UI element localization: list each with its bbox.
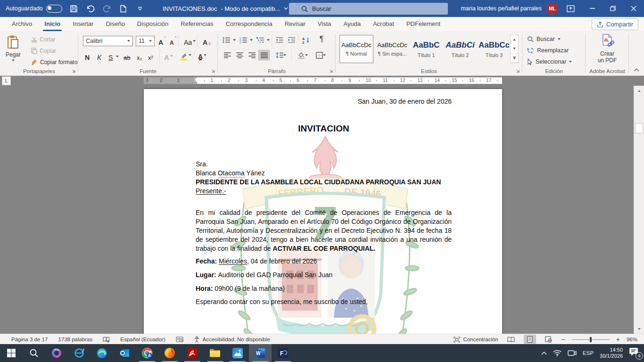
- taskbar-internet-explorer[interactable]: [68, 344, 91, 362]
- numbering-caret-icon[interactable]: [250, 39, 253, 41]
- web-layout-button[interactable]: [543, 335, 555, 344]
- autosave-switch-icon[interactable]: [46, 5, 62, 13]
- tab-diseño[interactable]: Diseño: [99, 17, 131, 31]
- tab-inicio[interactable]: Inicio: [38, 17, 66, 31]
- tab-acrobat[interactable]: Acrobat: [367, 17, 400, 31]
- borders-button[interactable]: [313, 50, 328, 60]
- change-case-button[interactable]: Aa: [183, 36, 197, 46]
- style-título-2[interactable]: AaBbCiTítulo 2: [443, 35, 477, 63]
- tab-ayuda[interactable]: Ayuda: [337, 17, 367, 31]
- style--sin-espa-[interactable]: AaBbCcDc¶ Sin espa...: [375, 35, 409, 63]
- taskbar-edge[interactable]: [91, 344, 113, 362]
- shading-button[interactable]: [295, 50, 310, 60]
- tab-stop-selector[interactable]: L: [2, 76, 11, 85]
- share-button[interactable]: Compartir: [592, 18, 638, 30]
- font-size-combo[interactable]: 11: [136, 36, 155, 46]
- cut-button[interactable]: Cortar: [31, 36, 55, 43]
- word-count[interactable]: 1738 palabras: [58, 337, 92, 342]
- taskbar-photos[interactable]: [226, 344, 249, 362]
- taskbar-adobe-acrobat[interactable]: [181, 344, 204, 362]
- user-name[interactable]: maria lourdes peñafiel parrales: [461, 5, 542, 12]
- format-painter-button[interactable]: Copiar formato: [31, 59, 77, 66]
- read-mode-button[interactable]: [505, 335, 517, 344]
- tab-pdfelement[interactable]: PDFelement: [400, 17, 446, 31]
- avatar[interactable]: ML: [546, 3, 558, 15]
- styles-more-button[interactable]: [511, 54, 518, 63]
- undo-icon[interactable]: [86, 4, 95, 13]
- multilevel-list-button[interactable]: [255, 35, 266, 45]
- style--normal[interactable]: AaBbCcDc¶ Normal: [339, 35, 373, 63]
- tab-correspondencia[interactable]: Correspondencia: [220, 17, 279, 31]
- left-indent-marker[interactable]: [192, 82, 197, 84]
- justify-button[interactable]: [258, 50, 270, 60]
- notification-center-button[interactable]: 9: [629, 347, 641, 359]
- taskbar-search-button[interactable]: [23, 344, 45, 362]
- taskbar-file-explorer[interactable]: [204, 344, 226, 362]
- align-right-button[interactable]: [246, 50, 257, 60]
- style-título-1[interactable]: AaBbCTítulo 1: [409, 35, 443, 63]
- clear-formatting-button[interactable]: A◊: [202, 36, 212, 46]
- language-indicator[interactable]: Español (Ecuador): [120, 337, 165, 342]
- wifi-icon[interactable]: [553, 350, 561, 356]
- meet-now-icon[interactable]: [568, 350, 577, 356]
- zoom-in-button[interactable]: +: [616, 336, 620, 343]
- create-pdf-button[interactable]: Crearun PDF: [594, 34, 620, 64]
- taskbar-outlook[interactable]: [113, 344, 136, 362]
- numbering-button[interactable]: 123: [238, 35, 249, 45]
- taskbar-copilot[interactable]: [45, 344, 68, 362]
- new-document-icon[interactable]: [119, 4, 128, 13]
- document-canvas[interactable]: FEBRERO DE 1946: [0, 86, 634, 334]
- search-box[interactable]: Buscar: [289, 3, 448, 15]
- tab-disposición[interactable]: Disposición: [131, 17, 174, 31]
- paragraph-dialog-launcher[interactable]: ⇲: [329, 69, 333, 74]
- autosave-toggle[interactable]: Autoguardado: [6, 5, 62, 13]
- focus-mode-button[interactable]: Concentración: [454, 337, 498, 343]
- document-page[interactable]: FEBRERO DE 1946: [144, 89, 502, 334]
- zoom-out-button[interactable]: −: [561, 336, 565, 343]
- style-título-3[interactable]: AaBbCcTítulo 3: [477, 35, 511, 63]
- paste-button[interactable]: Pegar: [6, 35, 21, 61]
- quick-access-chevron-icon[interactable]: [135, 4, 145, 13]
- text-effects-button[interactable]: A: [163, 51, 174, 61]
- copy-button[interactable]: Copiar: [31, 48, 56, 54]
- taskbar-word[interactable]: W: [249, 344, 272, 362]
- bold-button[interactable]: N: [84, 51, 91, 61]
- replace-button[interactable]: bc Reemplazar: [527, 47, 569, 54]
- line-spacing-button[interactable]: [273, 50, 289, 60]
- collapse-ribbon-icon[interactable]: [634, 67, 639, 73]
- find-button[interactable]: Buscar: [527, 36, 561, 42]
- clock[interactable]: 14:50 30/1/2026: [600, 347, 623, 359]
- save-icon[interactable]: [69, 4, 79, 13]
- tab-referencias[interactable]: Referencias: [174, 17, 219, 31]
- restore-button[interactable]: [603, 0, 623, 17]
- highlight-button[interactable]: [179, 50, 192, 60]
- select-button[interactable]: Seleccionar: [527, 58, 572, 65]
- vertical-scrollbar[interactable]: [634, 86, 644, 334]
- align-left-button[interactable]: [222, 50, 233, 60]
- zoom-slider[interactable]: [572, 339, 610, 340]
- strikethrough-button[interactable]: ab: [123, 51, 131, 61]
- accessibility-status[interactable]: Accesibilidad: No disponible: [194, 336, 270, 343]
- taskbar-chrome[interactable]: [136, 344, 158, 362]
- styles-scroll-down[interactable]: [511, 44, 518, 53]
- scroll-up-button[interactable]: [635, 86, 644, 95]
- increase-indent-button[interactable]: [286, 35, 297, 45]
- subscript-button[interactable]: x₂: [136, 51, 143, 61]
- page-indicator[interactable]: Página 3 de 17: [11, 337, 48, 342]
- multilevel-caret-icon[interactable]: [267, 39, 270, 41]
- zoom-level[interactable]: 96%: [627, 337, 637, 342]
- tab-insertar[interactable]: Insertar: [66, 17, 99, 31]
- italic-button[interactable]: K: [96, 51, 102, 61]
- decrease-indent-button[interactable]: [273, 35, 285, 45]
- scrollbar-thumb[interactable]: [635, 123, 643, 133]
- font-dialog-launcher[interactable]: ⇲: [211, 69, 215, 74]
- tab-vista[interactable]: Vista: [312, 17, 338, 31]
- align-center-button[interactable]: [234, 50, 245, 60]
- tab-revisar[interactable]: Revisar: [279, 17, 312, 31]
- editing-display-icon[interactable]: [176, 337, 183, 343]
- sort-button[interactable]: AZ: [301, 35, 312, 45]
- font-family-combo[interactable]: Calibri: [83, 36, 133, 46]
- styles-dialog-launcher[interactable]: ⇲: [516, 69, 520, 74]
- zoom-slider-thumb[interactable]: [590, 337, 592, 342]
- scroll-down-button[interactable]: [635, 324, 644, 333]
